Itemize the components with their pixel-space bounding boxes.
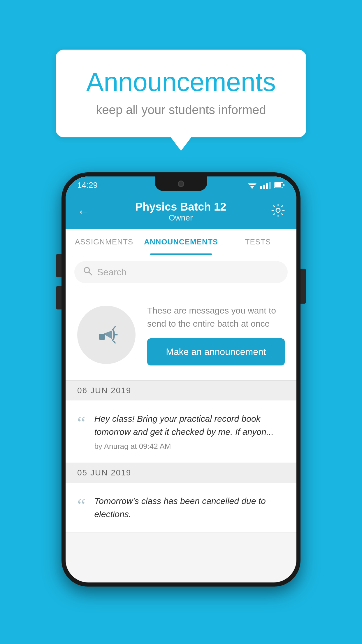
settings-icon[interactable] xyxy=(271,204,285,220)
search-icon xyxy=(83,266,92,278)
phone-container: 14:29 xyxy=(61,172,301,587)
announcement-text-area-1: Hey class! Bring your practical record b… xyxy=(94,412,285,451)
svg-line-11 xyxy=(114,327,115,328)
svg-rect-5 xyxy=(275,183,281,187)
announcement-cta-right: These are messages you want to send to t… xyxy=(147,304,285,365)
megaphone-icon xyxy=(92,320,121,349)
search-placeholder: Search xyxy=(97,267,126,278)
date-text-june6: 06 JUN 2019 xyxy=(77,386,131,395)
announcement-cta-text: These are messages you want to send to t… xyxy=(147,304,285,330)
bubble-title: Announcements xyxy=(79,67,283,97)
search-input-wrap[interactable]: Search xyxy=(74,261,288,283)
battery-icon xyxy=(274,182,285,188)
tab-assignments[interactable]: ASSIGNMENTS xyxy=(66,229,143,255)
svg-point-3 xyxy=(252,187,253,189)
announcement-item-1[interactable]: “ Hey class! Bring your practical record… xyxy=(66,400,296,463)
header-title-area: Physics Batch 12 Owner xyxy=(135,201,226,223)
date-separator-june6: 06 JUN 2019 xyxy=(66,381,296,400)
bubble-subtitle: keep all your students informed xyxy=(79,103,283,117)
announcement-item-2[interactable]: “ Tomorrow's class has been cancelled du… xyxy=(66,483,296,533)
tab-tests[interactable]: TESTS xyxy=(219,229,296,255)
announcement-text-area-2: Tomorrow's class has been cancelled due … xyxy=(94,494,285,521)
header-title: Physics Batch 12 xyxy=(135,201,226,213)
announcement-body-1: Hey class! Bring your practical record b… xyxy=(94,412,285,438)
make-announcement-button[interactable]: Make an announcement xyxy=(147,338,285,365)
announcement-author-1: by Anurag at 09:42 AM xyxy=(94,442,285,451)
svg-rect-6 xyxy=(283,184,284,186)
search-bar: Search xyxy=(66,255,296,289)
phone-frame: 14:29 xyxy=(61,172,301,587)
speech-bubble: Announcements keep all your students inf… xyxy=(56,50,306,137)
date-text-june5: 05 JUN 2019 xyxy=(77,468,131,477)
announcement-cta-section: These are messages you want to send to t… xyxy=(66,289,296,381)
wifi-icon xyxy=(248,182,256,189)
svg-rect-10 xyxy=(99,334,105,340)
quote-icon-2: “ xyxy=(77,496,85,514)
phone-power-button xyxy=(301,269,306,304)
quote-icon-1: “ xyxy=(77,414,85,432)
tab-announcements[interactable]: ANNOUNCEMENTS xyxy=(143,229,219,255)
date-separator-june5: 05 JUN 2019 xyxy=(66,463,296,483)
status-time: 14:29 xyxy=(77,181,98,190)
header-subtitle: Owner xyxy=(135,213,226,223)
announcement-icon-circle xyxy=(77,306,136,364)
tab-bar: ASSIGNMENTS ANNOUNCEMENTS TESTS xyxy=(66,229,296,255)
announcement-body-2: Tomorrow's class has been cancelled due … xyxy=(94,494,285,521)
svg-line-9 xyxy=(89,272,92,275)
signal-icon xyxy=(260,182,271,189)
phone-notch xyxy=(155,176,207,191)
svg-point-7 xyxy=(276,208,280,212)
app-header: ← Physics Batch 12 Owner xyxy=(66,194,296,229)
phone-camera xyxy=(178,181,184,187)
svg-line-13 xyxy=(114,341,115,343)
phone-volume-up-button xyxy=(56,254,61,277)
phone-volume-down-button xyxy=(56,286,61,309)
status-icons xyxy=(248,182,285,189)
back-button[interactable]: ← xyxy=(77,204,90,219)
phone-screen: 14:29 xyxy=(66,176,296,582)
